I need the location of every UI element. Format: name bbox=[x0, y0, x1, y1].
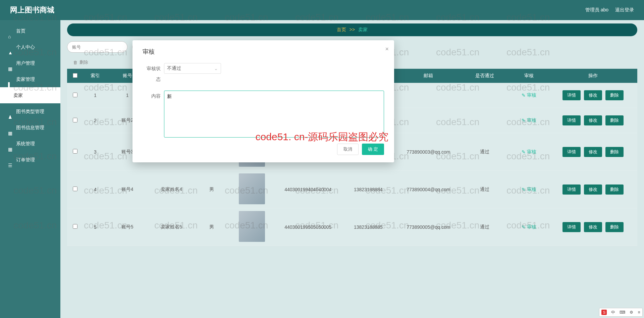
status-select[interactable]: 不通过 ⌄ bbox=[164, 63, 221, 74]
ime-menu-icon[interactable]: ≡ bbox=[638, 310, 640, 315]
content-textarea[interactable] bbox=[164, 91, 384, 138]
label-content: 内容 bbox=[143, 91, 164, 101]
ime-keyboard-icon[interactable]: ⌨ bbox=[620, 310, 625, 315]
ime-settings-icon[interactable]: ⚙ bbox=[630, 310, 633, 315]
chevron-down-icon: ⌄ bbox=[214, 66, 218, 71]
ime-logo-icon: S bbox=[601, 310, 607, 315]
label-status: 审核状态 bbox=[143, 63, 164, 85]
ime-toolbar[interactable]: S 中 ⌨ ⚙ ≡ bbox=[599, 308, 643, 317]
modal-title: 审核 bbox=[143, 48, 384, 56]
cancel-button[interactable]: 取消 bbox=[337, 144, 359, 155]
review-modal: × 审核 审核状态 不通过 ⌄ 内容 取消 确 定 bbox=[132, 40, 394, 162]
confirm-button[interactable]: 确 定 bbox=[362, 144, 384, 155]
ime-mode[interactable]: 中 bbox=[611, 310, 615, 315]
close-icon[interactable]: × bbox=[385, 46, 389, 53]
